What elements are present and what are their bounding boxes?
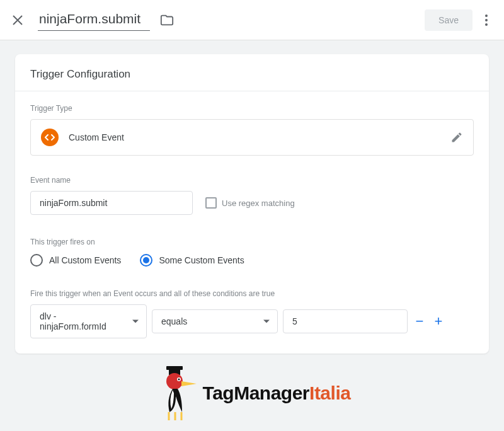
- brand-text-accent: Italia: [309, 382, 350, 403]
- chevron-down-icon: [263, 320, 270, 323]
- svg-point-7: [178, 379, 180, 381]
- radio-all-events[interactable]: All Custom Events: [30, 254, 121, 267]
- svg-point-0: [485, 14, 488, 17]
- condition-row: dlv - ninjaForm.formId equals − +: [30, 304, 474, 338]
- svg-point-2: [485, 23, 488, 26]
- event-name-row: Use regex matching: [30, 191, 474, 215]
- fires-on-radios: All Custom Events Some Custom Events: [30, 254, 474, 267]
- radio-all-label: All Custom Events: [49, 255, 121, 265]
- title-wrap: [38, 9, 425, 31]
- trigger-type-label: Trigger Type: [30, 104, 474, 113]
- close-icon[interactable]: [10, 13, 25, 28]
- radio-icon-unselected: [30, 254, 43, 267]
- condition-variable-value: dlv - ninjaForm.formId: [40, 311, 106, 331]
- regex-checkbox[interactable]: [205, 197, 217, 209]
- folder-icon[interactable]: [160, 13, 174, 27]
- trigger-type-name: Custom Event: [69, 132, 124, 142]
- condition-hint: Fire this trigger when an Event occurs a…: [30, 289, 474, 298]
- remove-condition-button[interactable]: −: [413, 313, 427, 330]
- regex-checkbox-wrap[interactable]: Use regex matching: [205, 197, 295, 209]
- card-title: Trigger Configuration: [15, 54, 489, 91]
- brand-footer: TagManagerItalia: [0, 365, 504, 422]
- chevron-down-icon: [132, 320, 139, 323]
- svg-point-5: [166, 373, 183, 389]
- save-button[interactable]: Save: [425, 9, 472, 31]
- add-condition-button[interactable]: +: [432, 313, 445, 330]
- header-bar: Save: [0, 0, 504, 40]
- radio-some-label: Some Custom Events: [159, 255, 244, 265]
- fires-on-label: This trigger fires on: [30, 238, 474, 246]
- config-card: Trigger Configuration Trigger Type Custo…: [15, 54, 489, 353]
- trigger-name-input[interactable]: [38, 9, 150, 31]
- event-name-input[interactable]: [30, 191, 193, 215]
- brand-text: TagManagerItalia: [203, 382, 351, 404]
- woodpecker-logo-icon: [154, 365, 198, 422]
- condition-value-input[interactable]: [283, 309, 408, 333]
- trigger-type-box[interactable]: Custom Event: [30, 119, 474, 156]
- svg-rect-3: [166, 366, 183, 370]
- radio-icon-selected: [140, 254, 152, 267]
- regex-label: Use regex matching: [222, 198, 295, 208]
- event-name-label: Event name: [30, 176, 474, 185]
- condition-operator-value: equals: [161, 316, 187, 326]
- card-body: Trigger Type Custom Event Event name Use…: [15, 91, 489, 353]
- more-icon[interactable]: [479, 13, 494, 28]
- custom-event-icon: [41, 129, 59, 146]
- condition-operator-select[interactable]: equals: [152, 309, 278, 333]
- svg-point-1: [485, 19, 488, 21]
- brand-text-main: TagManager: [203, 382, 309, 403]
- edit-icon[interactable]: [450, 131, 463, 144]
- radio-some-events[interactable]: Some Custom Events: [140, 254, 244, 267]
- condition-variable-select[interactable]: dlv - ninjaForm.formId: [30, 304, 147, 338]
